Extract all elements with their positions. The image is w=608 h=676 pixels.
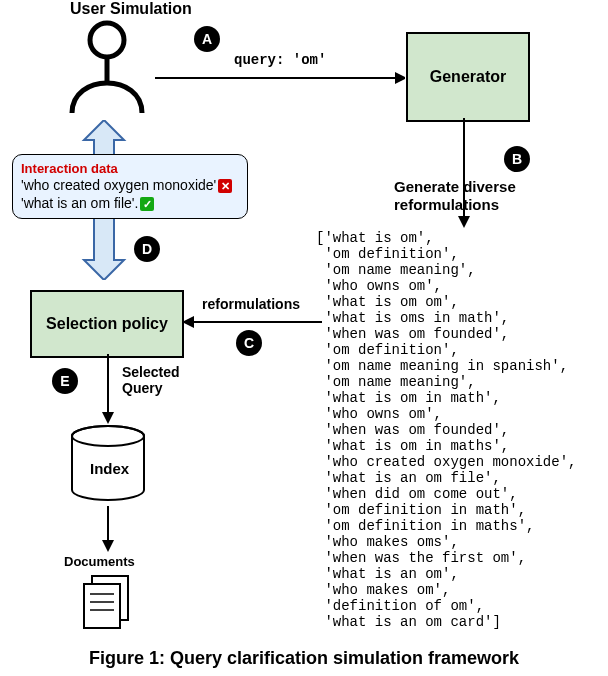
svg-marker-14 bbox=[102, 540, 114, 552]
selected-query-l2: Query bbox=[122, 380, 162, 396]
cross-icon: ✕ bbox=[218, 179, 232, 193]
index-label: Index bbox=[90, 460, 129, 477]
svg-marker-5 bbox=[458, 216, 470, 228]
generator-box: Generator bbox=[406, 32, 530, 122]
svg-marker-3 bbox=[395, 72, 405, 84]
reformulations-list: ['what is om', 'om definition', 'om name… bbox=[316, 230, 576, 630]
user-simulation-label: User Simulation bbox=[70, 0, 192, 18]
interaction-line-2: 'what is an om file'.✓ bbox=[21, 194, 239, 212]
check-icon: ✓ bbox=[140, 197, 154, 211]
generate-reformulations-l2: reformulations bbox=[394, 196, 499, 213]
selection-policy-label: Selection policy bbox=[46, 315, 168, 333]
svg-marker-10 bbox=[102, 412, 114, 424]
selection-policy-box: Selection policy bbox=[30, 290, 184, 358]
arrow-selpolicy-down bbox=[98, 354, 118, 424]
figure-caption: Figure 1: Query clarification simulation… bbox=[0, 648, 608, 669]
arrow-user-to-generator bbox=[155, 70, 405, 90]
svg-marker-8 bbox=[182, 316, 194, 328]
interaction-data-label: Interaction data bbox=[21, 161, 239, 176]
arrow-index-down bbox=[98, 506, 118, 552]
badge-d: D bbox=[134, 236, 160, 262]
query-label: query: 'om' bbox=[234, 52, 326, 68]
svg-point-0 bbox=[90, 23, 124, 57]
selected-query-l1: Selected bbox=[122, 364, 180, 380]
user-icon bbox=[62, 18, 152, 128]
documents-label: Documents bbox=[64, 554, 135, 569]
badge-c: C bbox=[236, 330, 262, 356]
badge-e: E bbox=[52, 368, 78, 394]
interaction-line-1: 'who created oxygen monoxide'✕ bbox=[21, 176, 239, 194]
badge-b: B bbox=[504, 146, 530, 172]
interaction-bubble: Interaction data 'who created oxygen mon… bbox=[12, 154, 248, 219]
badge-a: A bbox=[194, 26, 220, 52]
reformulations-arrow-label: reformulations bbox=[202, 296, 300, 312]
arrow-generator-down bbox=[454, 118, 474, 228]
svg-rect-16 bbox=[84, 584, 120, 628]
documents-icon bbox=[78, 572, 138, 632]
generator-label: Generator bbox=[430, 68, 506, 86]
